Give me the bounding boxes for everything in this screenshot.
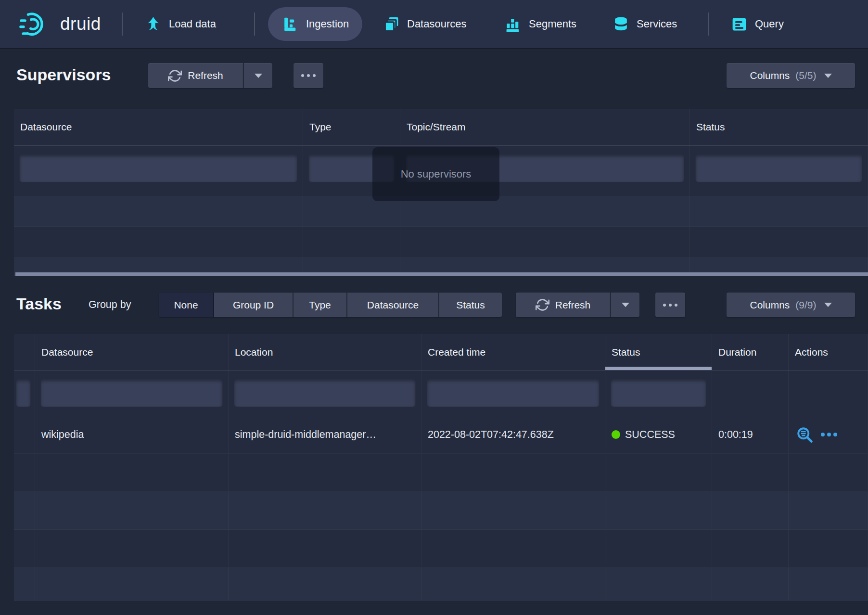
nav-label: Load data xyxy=(169,18,216,30)
column-header-status[interactable]: Status xyxy=(690,109,868,145)
table-row-wikipedia[interactable]: wikipedia simple-druid-middlemanager… 20… xyxy=(14,416,868,454)
nav-label: Segments xyxy=(529,18,576,30)
location-filter-input[interactable] xyxy=(234,379,416,407)
upload-arrow-icon xyxy=(144,15,162,33)
refresh-dropdown-button[interactable] xyxy=(610,293,639,317)
cell-duration: 0:00:19 xyxy=(712,416,789,453)
table-row-empty xyxy=(14,492,868,530)
datasource-filter-input[interactable] xyxy=(40,379,223,407)
supervisors-header-row: Datasource Type Topic/Stream Status xyxy=(14,109,868,146)
druid-console: druid Load data Ingestion xyxy=(0,0,868,615)
tasks-table: Datasource Location Created time Status … xyxy=(14,334,868,601)
supervisors-table: Datasource Type Topic/Stream Status No s… xyxy=(14,109,868,276)
tasks-filter-row xyxy=(14,371,868,416)
status-filter-input[interactable] xyxy=(695,154,862,182)
cell-status: SUCCESS xyxy=(605,416,712,453)
refresh-icon xyxy=(168,69,182,83)
stacked-layers-icon xyxy=(383,15,400,33)
tasks-header-row: Datasource Location Created time Status … xyxy=(14,334,868,371)
no-supervisors-message: No supervisors xyxy=(372,147,499,201)
created-time-filter-input[interactable] xyxy=(427,379,600,407)
supervisors-more-button[interactable] xyxy=(294,63,323,88)
supervisors-title: Supervisors xyxy=(16,65,111,84)
column-header-duration[interactable]: Duration xyxy=(712,334,789,370)
table-row-empty xyxy=(14,568,868,601)
cell-datasource: wikipedia xyxy=(35,416,229,453)
columns-label: Columns xyxy=(750,70,790,81)
column-header-spacer xyxy=(14,334,35,370)
druid-logo[interactable]: druid xyxy=(19,0,101,48)
navbar-divider xyxy=(122,13,123,36)
magnifier-details-icon[interactable] xyxy=(796,426,813,443)
group-by-none-button[interactable]: None xyxy=(159,293,214,317)
cell-created-time: 2022-08-02T07:42:47.638Z xyxy=(421,416,605,453)
more-icon xyxy=(301,74,316,77)
supervisors-refresh-split-button: Refresh xyxy=(148,63,272,88)
refresh-icon xyxy=(536,298,549,312)
tab-datasources[interactable]: Datasources xyxy=(383,0,467,48)
columns-count: (9/9) xyxy=(795,299,816,311)
column-header-datasource[interactable]: Datasource xyxy=(14,109,303,145)
column-header-status[interactable]: Status xyxy=(605,334,712,370)
horizontal-scrollbar[interactable] xyxy=(15,272,868,276)
tab-segments[interactable]: Segments xyxy=(504,0,576,48)
nav-label: Datasources xyxy=(407,18,467,30)
columns-label: Columns xyxy=(750,299,790,311)
nav-label: Services xyxy=(637,18,677,30)
status-filter-input[interactable] xyxy=(611,379,706,407)
tab-load-data[interactable]: Load data xyxy=(144,0,216,48)
group-by-status-button[interactable]: Status xyxy=(439,293,502,317)
supervisors-columns-button[interactable]: Columns (5/5) xyxy=(727,63,855,88)
refresh-button[interactable]: Refresh xyxy=(516,293,610,317)
nav-label: Query xyxy=(755,18,784,30)
group-by-group-id-button[interactable]: Group ID xyxy=(214,293,294,317)
refresh-dropdown-button[interactable] xyxy=(243,63,272,88)
column-header-actions[interactable]: Actions xyxy=(789,334,868,370)
bar-chart-icon xyxy=(504,15,522,33)
navbar-divider xyxy=(254,13,255,36)
column-header-datasource[interactable]: Datasource xyxy=(35,334,229,370)
more-icon xyxy=(663,304,677,307)
chevron-down-icon xyxy=(622,303,629,307)
refresh-button[interactable]: Refresh xyxy=(148,63,243,88)
tab-query[interactable]: Query xyxy=(730,0,784,48)
chevron-down-icon xyxy=(824,74,832,78)
columns-count: (5/5) xyxy=(795,70,816,81)
chevron-down-icon xyxy=(824,303,832,307)
refresh-label: Refresh xyxy=(188,70,223,81)
column-header-topic-stream[interactable]: Topic/Stream xyxy=(400,109,690,145)
column-header-created-time[interactable]: Created time xyxy=(421,334,605,370)
table-row-empty xyxy=(14,530,868,568)
datasource-filter-input[interactable] xyxy=(19,154,297,182)
success-status-dot xyxy=(612,430,620,439)
refresh-label: Refresh xyxy=(555,299,591,311)
table-row-empty xyxy=(14,227,868,257)
database-icon xyxy=(612,15,630,33)
group-by-label: Group by xyxy=(89,299,131,311)
tab-ingestion[interactable]: Ingestion xyxy=(268,7,362,41)
tasks-title: Tasks xyxy=(16,295,62,313)
group-by-button-group: None Group ID Type Datasource Status xyxy=(159,293,502,317)
spacer-filter-input[interactable] xyxy=(16,379,31,407)
logo-text: druid xyxy=(60,14,101,34)
table-row-empty xyxy=(14,454,868,492)
query-console-icon xyxy=(730,15,748,33)
navbar-divider xyxy=(708,13,709,36)
group-by-datasource-button[interactable]: Datasource xyxy=(347,293,439,317)
ingestion-chart-icon xyxy=(281,15,299,33)
status-text: SUCCESS xyxy=(625,429,675,441)
tab-services[interactable]: Services xyxy=(612,0,677,48)
more-actions-icon[interactable] xyxy=(821,433,837,436)
column-header-location[interactable]: Location xyxy=(229,334,421,370)
cell-location: simple-druid-middlemanager… xyxy=(229,416,421,453)
navbar: druid Load data Ingestion xyxy=(0,0,868,48)
druid-logo-icon xyxy=(19,11,53,37)
cell-actions xyxy=(789,416,868,453)
nav-label: Ingestion xyxy=(306,18,349,30)
group-by-type-button[interactable]: Type xyxy=(294,293,347,317)
tasks-columns-button[interactable]: Columns (9/9) xyxy=(727,293,855,317)
column-header-type[interactable]: Type xyxy=(303,109,400,145)
chevron-down-icon xyxy=(255,74,262,78)
tasks-refresh-split-button: Refresh xyxy=(516,293,639,317)
tasks-more-button[interactable] xyxy=(655,293,685,317)
